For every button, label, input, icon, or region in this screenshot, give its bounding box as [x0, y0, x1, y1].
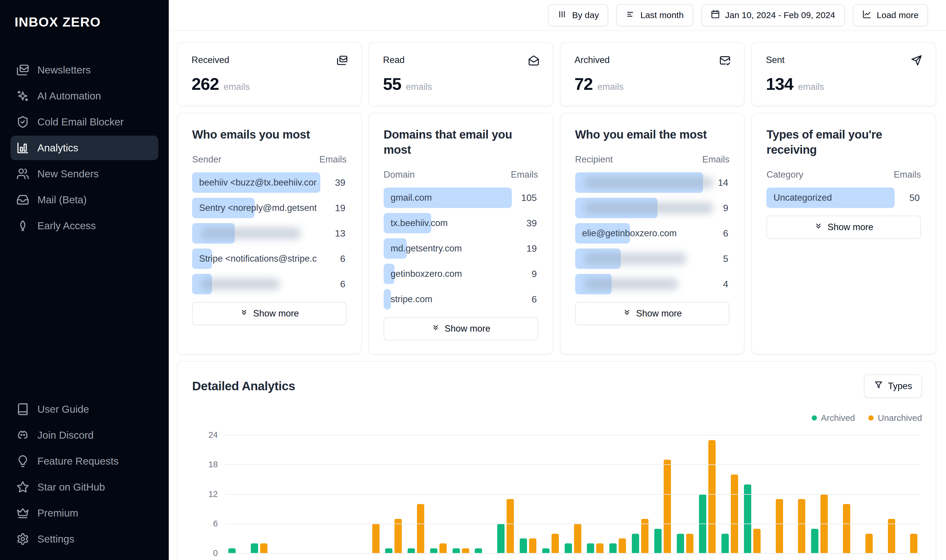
sidebar-item-join-discord[interactable]: Join Discord — [11, 423, 158, 448]
list-item[interactable]: 9 — [575, 198, 730, 218]
list-item[interactable]: beehiiv <buzz@tx.beehiiv.com>39 — [192, 172, 347, 193]
sidebar-item-user-guide[interactable]: User Guide — [11, 397, 158, 422]
list-item[interactable]: Uncategorized50 — [767, 188, 921, 208]
list-item[interactable]: getinboxzero.com9 — [384, 264, 538, 284]
sidebar-item-settings[interactable]: Settings — [11, 527, 158, 551]
list-item-label: Stripe <notifications@stripe.co... — [199, 249, 316, 269]
archived-bar[interactable] — [430, 548, 437, 553]
unarchived-bar[interactable] — [866, 534, 873, 554]
archived-bar[interactable] — [677, 534, 684, 554]
archived-bar[interactable] — [587, 543, 594, 553]
mails-icon — [16, 63, 29, 77]
list-item[interactable]: 14 — [575, 172, 730, 193]
list-item[interactable]: 5 — [575, 249, 730, 269]
list-item-value: 13 — [335, 223, 346, 243]
sidebar-item-feature-requests[interactable]: Feature Requests — [11, 449, 158, 473]
unarchived-bar[interactable] — [686, 534, 693, 554]
jan-10-2024-feb-09-2024-button[interactable]: Jan 10, 2024 - Feb 09, 2024 — [701, 4, 845, 26]
mail-check-icon — [719, 55, 730, 66]
list-item-value: 39 — [335, 172, 346, 193]
panel-column-headers: SenderEmails — [192, 154, 347, 165]
archived-bar[interactable] — [475, 548, 482, 553]
unarchived-bar[interactable] — [529, 538, 536, 553]
panel-title: Domains that email you most — [384, 127, 538, 157]
list-item[interactable]: stripe.com6 — [384, 289, 538, 309]
sidebar-item-cold-email-blocker[interactable]: Cold Email Blocker — [11, 110, 158, 134]
list-item[interactable]: 6 — [192, 274, 347, 294]
legend-item-unarchived[interactable]: Unarchived — [868, 413, 922, 423]
archived-bar[interactable] — [610, 543, 617, 553]
archived-bar[interactable] — [811, 529, 818, 553]
unarchived-bar[interactable] — [910, 534, 917, 554]
unarchived-bar[interactable] — [731, 475, 738, 553]
unarchived-bar[interactable] — [462, 548, 469, 553]
legend-item-archived[interactable]: Archived — [812, 413, 855, 423]
list-item[interactable]: 4 — [575, 274, 730, 294]
sidebar-item-ai-automation[interactable]: AI Automation — [11, 84, 158, 108]
show-more-button[interactable]: Show more — [767, 215, 921, 239]
unarchived-bar[interactable] — [664, 460, 671, 553]
archived-bar[interactable] — [520, 538, 527, 553]
sidebar-item-label: AI Automation — [37, 90, 101, 102]
archived-bar[interactable] — [721, 534, 729, 554]
unarchived-bar[interactable] — [798, 499, 805, 553]
list-item[interactable]: Sentry <noreply@md.getsentry....19 — [192, 198, 347, 218]
archived-bar[interactable] — [654, 529, 662, 553]
list-item[interactable]: gmail.com105 — [384, 188, 538, 208]
archived-bar[interactable] — [744, 485, 751, 553]
list-item[interactable]: 13 — [192, 223, 347, 243]
sidebar-item-premium[interactable]: Premium — [11, 501, 158, 525]
archived-bar[interactable] — [385, 548, 392, 553]
shield-check-icon — [16, 115, 29, 128]
show-more-button[interactable]: Show more — [192, 302, 347, 325]
unarchived-bar[interactable] — [417, 504, 424, 553]
archived-bar[interactable] — [452, 548, 460, 553]
by-day-button[interactable]: By day — [548, 4, 608, 26]
unarchived-bar[interactable] — [260, 543, 267, 553]
sidebar-item-mail-beta[interactable]: Mail (Beta) — [11, 188, 158, 212]
archived-bar[interactable] — [542, 548, 549, 553]
app-logo: INBOX ZERO — [11, 13, 158, 30]
archived-bar[interactable] — [228, 548, 236, 553]
sidebar-item-star-on-github[interactable]: Star on GitHub — [11, 475, 158, 499]
load-more-button[interactable]: Load more — [853, 4, 928, 26]
unarchived-bar[interactable] — [753, 529, 761, 553]
archived-bar[interactable] — [565, 543, 572, 553]
unarchived-bar[interactable] — [551, 534, 559, 554]
y-axis-label: 18 — [192, 460, 218, 469]
column-header: Recipient — [575, 154, 613, 165]
unarchived-bar[interactable] — [372, 524, 380, 553]
sidebar-item-analytics[interactable]: Analytics — [11, 135, 158, 160]
unarchived-bar[interactable] — [506, 499, 514, 553]
sidebar-item-new-senders[interactable]: New Senders — [11, 162, 158, 186]
list-item[interactable]: tx.beehiiv.com39 — [384, 213, 538, 233]
discord-icon — [16, 429, 29, 442]
unarchived-bar[interactable] — [619, 538, 626, 553]
sidebar-item-label: User Guide — [37, 403, 89, 415]
show-more-button[interactable]: Show more — [384, 317, 538, 340]
list-item[interactable]: md.getsentry.com19 — [384, 238, 538, 259]
panel-domains-that-email-you-most: Domains that email you mostDomainEmailsg… — [369, 113, 553, 354]
list-item-label: stripe.com — [390, 289, 432, 309]
archived-bar[interactable] — [497, 524, 505, 553]
ribbon-icon — [16, 219, 29, 232]
unarchived-bar[interactable] — [708, 440, 716, 553]
column-header: Emails — [702, 154, 729, 165]
types-filter-button[interactable]: Types — [864, 374, 922, 398]
sidebar-item-newsletters[interactable]: Newsletters — [11, 58, 158, 82]
unarchived-bar[interactable] — [843, 504, 850, 553]
last-month-button[interactable]: Last month — [616, 4, 693, 26]
list-item[interactable]: Stripe <notifications@stripe.co...6 — [192, 249, 347, 269]
unarchived-bar[interactable] — [574, 524, 581, 553]
archived-bar[interactable] — [632, 534, 639, 554]
list-item[interactable]: elie@getinboxzero.com6 — [575, 223, 730, 243]
unarchived-bar[interactable] — [776, 499, 783, 553]
show-more-button[interactable]: Show more — [575, 302, 730, 325]
list-item-value: 6 — [532, 289, 537, 309]
archived-bar[interactable] — [407, 548, 415, 553]
unarchived-bar[interactable] — [596, 543, 603, 553]
archived-bar[interactable] — [251, 543, 258, 553]
chevrons-down-icon — [814, 222, 823, 233]
sidebar-item-early-access[interactable]: Early Access — [11, 214, 158, 238]
unarchived-bar[interactable] — [440, 543, 447, 553]
